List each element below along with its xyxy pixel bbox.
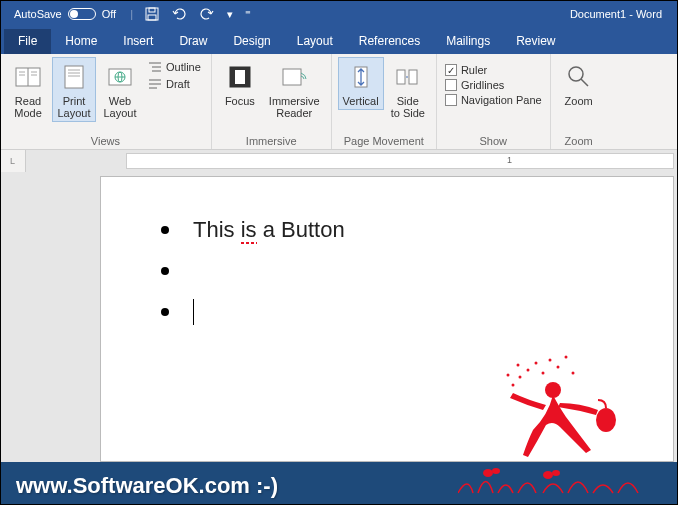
document-title: Document1 - Word [570,8,662,20]
text-cursor [193,299,194,325]
ribbon: Read Mode Print Layout Web Layout Outlin… [0,54,678,150]
tab-design[interactable]: Design [221,29,282,54]
list-item[interactable] [161,299,643,325]
svg-rect-24 [235,70,245,84]
svg-point-39 [519,376,522,379]
svg-point-43 [507,374,510,377]
list-item[interactable]: This is a Button [161,217,643,243]
redo-icon[interactable] [199,7,215,21]
ruler-corner[interactable]: L [0,150,26,172]
web-layout-button[interactable]: Web Layout [98,57,142,122]
svg-point-46 [543,471,553,479]
tab-home[interactable]: Home [53,29,109,54]
customize-qat-icon[interactable]: ▾ [227,8,233,21]
zoom-icon [566,61,592,93]
navigation-pane-checkbox[interactable]: Navigation Pane [443,93,544,107]
focus-icon [228,61,252,93]
svg-point-29 [569,67,583,81]
quick-access-toolbar: | ▾ ⁼ [130,7,251,21]
group-label-views: Views [6,133,205,147]
svg-point-34 [535,362,538,365]
group-show: ✓ Ruler Gridlines Navigation Pane Show [437,54,551,149]
tab-layout[interactable]: Layout [285,29,345,54]
autosave-state: Off [102,8,116,20]
svg-point-35 [542,372,545,375]
outline-icon [148,61,162,73]
read-mode-icon [14,61,42,93]
side-to-side-button[interactable]: Side to Side [386,57,430,122]
draft-icon [148,78,162,90]
svg-point-38 [565,356,568,359]
svg-rect-1 [149,8,155,12]
checkbox-checked-icon: ✓ [445,64,457,76]
save-icon[interactable] [145,7,159,21]
svg-point-36 [549,359,552,362]
print-layout-icon [63,61,85,93]
vertical-button[interactable]: Vertical [338,57,384,110]
svg-line-30 [581,79,588,86]
group-label-zoom: Zoom [557,133,601,147]
checkbox-icon [445,79,457,91]
group-zoom: Zoom Zoom [551,54,607,149]
svg-point-32 [596,408,616,432]
immersive-reader-button[interactable]: Immersive Reader [264,57,325,122]
web-layout-icon [107,61,133,93]
svg-rect-25 [283,69,301,85]
svg-point-41 [572,372,575,375]
svg-rect-9 [65,66,83,88]
ruler-checkbox[interactable]: ✓ Ruler [443,63,544,77]
tab-references[interactable]: References [347,29,432,54]
bullet-list: This is a Button [161,217,643,325]
list-text: This is a Button [193,217,345,243]
horizontal-ruler[interactable]: 1 [126,153,674,169]
svg-rect-2 [148,15,156,20]
undo-icon[interactable] [171,7,187,21]
tab-draw[interactable]: Draw [167,29,219,54]
group-views: Read Mode Print Layout Web Layout Outlin… [0,54,212,149]
group-immersive: Focus Immersive Reader Immersive [212,54,332,149]
tab-mailings[interactable]: Mailings [434,29,502,54]
svg-point-42 [517,364,520,367]
immersive-reader-icon [280,61,308,93]
autosave-label: AutoSave [14,8,62,20]
checkbox-icon [445,94,457,106]
list-item[interactable] [161,267,643,275]
title-bar: AutoSave Off | ▾ ⁼ Document1 - Word [0,0,678,28]
toggle-off-icon [68,8,96,20]
group-label-page-movement: Page Movement [338,133,430,147]
svg-point-33 [527,369,530,372]
svg-point-45 [492,468,500,474]
bullet-icon [161,226,169,234]
ribbon-tabs: File Home Insert Draw Design Layout Refe… [0,28,678,54]
red-figure-decoration [458,345,648,495]
draft-button[interactable]: Draft [144,76,205,92]
svg-point-47 [552,470,560,476]
outline-button[interactable]: Outline [144,59,205,75]
tab-review[interactable]: Review [504,29,567,54]
print-layout-button[interactable]: Print Layout [52,57,96,122]
group-page-movement: Vertical Side to Side Page Movement [332,54,437,149]
ruler-area: L 1 [0,150,678,172]
side-to-side-icon [394,61,422,93]
svg-point-37 [557,366,560,369]
group-label-show: Show [443,133,544,147]
gridlines-checkbox[interactable]: Gridlines [443,78,544,92]
zoom-button[interactable]: Zoom [557,57,601,110]
read-mode-button[interactable]: Read Mode [6,57,50,122]
bullet-icon [161,308,169,316]
autosave-toggle[interactable]: AutoSave Off [14,8,116,20]
focus-button[interactable]: Focus [218,57,262,110]
tab-file[interactable]: File [4,29,51,54]
vertical-icon [350,61,372,93]
overflow-icon[interactable]: ⁼ [245,8,251,21]
svg-point-44 [483,469,493,477]
group-label-immersive: Immersive [218,133,325,147]
tab-insert[interactable]: Insert [111,29,165,54]
watermark-text: www.SoftwareOK.com :-) [16,473,278,499]
svg-rect-27 [397,70,405,84]
bullet-icon [161,267,169,275]
svg-rect-28 [409,70,417,84]
svg-point-40 [512,384,515,387]
